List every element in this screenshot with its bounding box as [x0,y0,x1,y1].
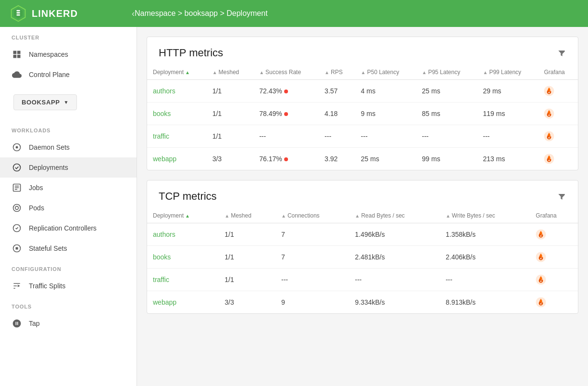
th-meshed: ▲ Meshed [207,65,254,80]
tcp-read-bytes-cell: --- [349,269,440,291]
tcp-write-bytes-cell: --- [440,269,530,291]
topbar: LINKERD ‹ Namespace > booksapp > Deploym… [0,0,588,27]
sidebar-item-control-plane[interactable]: Control Plane [0,64,137,85]
grafana-link-button[interactable] [544,108,554,119]
stateful-sets-icon [12,243,22,254]
workloads-section-label: WORKLOADS [0,120,137,137]
tcp-grafana-cell [530,269,578,291]
tcp-connections-cell: 7 [275,246,349,269]
http-grafana-cell [538,103,578,125]
sidebar-item-deployments[interactable]: Deployments [0,157,137,178]
http-p50-cell: 4 ms [355,80,416,103]
sidebar-item-stateful-sets[interactable]: Stateful Sets [0,238,137,258]
dropdown-arrow-icon: ▼ [64,100,69,105]
http-table-row: webapp 3/3 76.17% 3.92 25 ms 99 ms 213 m… [147,148,578,170]
http-p99-cell: 29 ms [477,80,538,103]
http-meshed-cell: 1/1 [207,80,254,103]
sidebar-item-pods[interactable]: Pods [0,198,137,218]
http-success-rate-cell: 72.43% [253,80,319,103]
http-rps-cell: --- [319,125,355,148]
tcp-write-bytes-cell: 1.358kB/s [440,223,530,246]
sidebar-item-replication-controllers[interactable]: Replication Controllers [0,218,137,238]
deployments-label: Deployments [29,164,68,171]
traffic-splits-icon [12,281,22,291]
http-p95-cell: 25 ms [416,80,477,103]
tcp-grafana-cell [530,291,578,314]
pods-label: Pods [29,204,44,212]
th-success-rate: ▲ Success Rate [253,65,319,80]
tcp-deployment-link-traffic[interactable]: traffic [153,276,169,283]
tap-label: Tap [29,320,40,327]
http-p50-cell: --- [355,125,416,148]
th-p95: ▲ P95 Latency [416,65,477,80]
svg-rect-4 [16,14,20,16]
tcp-connections-cell: --- [275,269,349,291]
tcp-deployment-cell: traffic [147,269,219,291]
http-p99-cell: 119 ms [477,103,538,125]
svg-point-16 [549,92,550,93]
tcp-grafana-link-button[interactable] [536,274,546,285]
deployment-link-books[interactable]: books [153,110,171,117]
tcp-deployment-link-webapp[interactable]: webapp [153,298,176,306]
sidebar: CLUSTER Namespaces Control Plane BOOKSAP… [0,27,137,386]
svg-point-7 [13,164,21,171]
http-deployment-cell: authors [147,80,207,103]
http-p50-cell: 9 ms [355,103,416,125]
success-status-dot [284,90,288,93]
tcp-sort-up-icon: ▲ [185,213,190,219]
sidebar-item-traffic-splits[interactable]: Traffic Splits [0,276,137,296]
tcp-grafana-link-button[interactable] [536,297,546,308]
breadcrumb: Namespace > booksapp > Deployment [135,9,268,18]
deployment-link-authors[interactable]: authors [153,87,175,95]
http-metrics-filter-button[interactable] [557,48,566,58]
grafana-link-button[interactable] [544,131,554,142]
namespace-button[interactable]: BOOKSAPP ▼ [13,94,77,110]
tcp-deployment-cell: webapp [147,291,219,314]
tcp-grafana-link-button[interactable] [536,229,546,240]
http-p95-cell: 85 ms [416,103,477,125]
http-p95-cell: 99 ms [416,148,477,170]
svg-point-9 [13,205,21,212]
http-table-row: traffic 1/1 --- --- --- --- --- [147,125,578,148]
svg-point-24 [540,235,542,237]
http-metrics-card: HTTP metrics Deployment ▲ [147,37,578,170]
deployment-link-traffic[interactable]: traffic [153,132,169,140]
sidebar-item-tap[interactable]: Tap [0,313,137,334]
tcp-deployment-link-authors[interactable]: authors [153,231,175,238]
grafana-link-button[interactable] [544,154,554,164]
tcp-table-header-row: Deployment ▲ ▲ Meshed ▲ [147,208,578,223]
grafana-link-button[interactable] [544,86,554,96]
http-rps-cell: 4.18 [319,103,355,125]
stateful-sets-label: Stateful Sets [29,244,67,252]
th-tcp-grafana: Grafana [530,208,578,223]
namespaces-label: Namespaces [29,51,68,58]
cluster-section-label: CLUSTER [0,27,137,44]
sort-up-icon: ▲ [185,70,190,75]
http-table-header-row: Deployment ▲ ▲ Meshed ▲ [147,65,578,80]
tcp-metrics-filter-button[interactable] [557,192,566,201]
svg-rect-3 [16,12,20,13]
tcp-connections-cell: 9 [275,291,349,314]
http-p95-cell: --- [416,125,477,148]
sidebar-item-jobs[interactable]: Jobs [0,178,137,198]
http-table-row: books 1/1 78.49% 4.18 9 ms 85 ms 119 ms [147,103,578,125]
tcp-deployment-link-books[interactable]: books [153,253,171,261]
deployment-link-webapp[interactable]: webapp [153,155,176,163]
sidebar-item-namespaces[interactable]: Namespaces [0,44,137,64]
th-tcp-meshed: ▲ Meshed [219,208,275,223]
success-status-dot [284,157,288,161]
tcp-grafana-link-button[interactable] [536,252,546,262]
svg-point-26 [540,258,542,259]
success-status-dot [284,112,288,116]
sidebar-item-daemon-sets[interactable]: Daemon Sets [0,137,137,157]
logo: LINKERD ‹ [10,5,135,22]
th-p50: ▲ P50 Latency [355,65,416,80]
http-meshed-cell: 1/1 [207,103,254,125]
daemon-sets-icon [12,142,22,153]
http-deployment-cell: webapp [147,148,207,170]
tcp-meshed-cell: 3/3 [219,291,275,314]
tcp-meshed-cell: 1/1 [219,269,275,291]
replication-controllers-icon [12,223,22,233]
logo-icon [10,5,27,22]
tcp-metrics-title: TCP metrics [159,190,217,203]
